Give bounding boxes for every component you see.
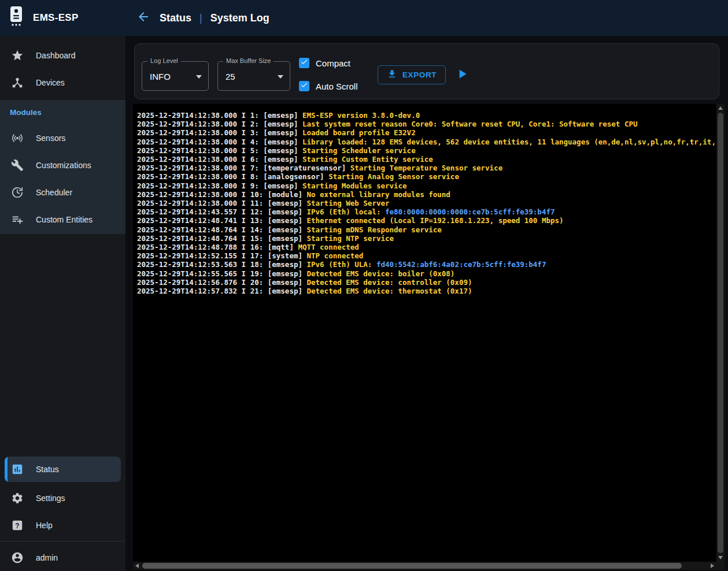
log-line: 2025-12-29T14:12:38.000 I 11: [emsesp] S… xyxy=(137,199,716,207)
sidebar-item-custom-entities[interactable]: Custom Entities xyxy=(0,206,125,233)
sidebar-item-label: admin xyxy=(36,553,58,562)
log-line: 2025-12-29T14:12:53.563 I 18: [emsesp] I… xyxy=(137,260,716,269)
max-buffer-select[interactable]: Max Buffer Size 25 xyxy=(217,61,290,91)
log-toolbar-panel: Log Level INFO Max Buffer Size 25 Compac… xyxy=(134,43,719,99)
vertical-scrollbar-thumb[interactable] xyxy=(718,113,723,553)
log-line: 2025-12-29T14:12:38.000 I 9: [emsesp] St… xyxy=(137,181,716,190)
download-icon xyxy=(387,69,397,81)
page-title: System Log xyxy=(210,12,269,24)
horizontal-scrollbar-thumb[interactable] xyxy=(142,563,682,569)
log-level-label: Log Level xyxy=(147,57,181,64)
sidebar-item-label: Help xyxy=(36,521,53,530)
page-title-bar: Status | System Log xyxy=(125,0,728,36)
sidebar-item-scheduler[interactable]: Scheduler xyxy=(0,179,125,206)
modules-section-header: Modules xyxy=(0,100,125,124)
log-lines: 2025-12-29T14:12:38.000 I 1: [emsesp] EM… xyxy=(133,104,716,562)
max-buffer-label: Max Buffer Size xyxy=(223,57,274,64)
log-line: 2025-12-29T14:12:57.832 I 21: [emsesp] D… xyxy=(137,287,716,295)
app-title: EMS-ESP xyxy=(33,12,79,24)
compact-option: Compact xyxy=(299,58,350,68)
vertical-scrollbar[interactable] xyxy=(716,104,725,562)
sidebar-item-status[interactable]: Status xyxy=(5,457,121,482)
log-line: 2025-12-29T14:12:43.557 I 12: [emsesp] I… xyxy=(137,207,716,216)
bar-chart-icon xyxy=(11,463,24,476)
help-icon: ? xyxy=(11,519,24,532)
auto-scroll-checkbox[interactable] xyxy=(299,81,309,91)
chevron-down-icon xyxy=(278,75,283,79)
sensors-icon xyxy=(11,132,24,144)
ems-esp-logo xyxy=(8,6,25,30)
wrench-icon xyxy=(11,159,24,172)
log-line: 2025-12-29T14:12:56.876 I 20: [emsesp] D… xyxy=(137,278,716,287)
scroll-left-arrow[interactable] xyxy=(133,562,141,570)
log-line: 2025-12-29T14:12:38.000 I 6: [emsesp] St… xyxy=(137,155,716,164)
account-circle-icon xyxy=(11,551,24,564)
sidebar-item-help[interactable]: ? Help xyxy=(0,511,125,539)
export-button-label: EXPORT xyxy=(402,71,437,79)
svg-text:?: ? xyxy=(15,521,19,529)
max-buffer-value: 25 xyxy=(226,71,235,81)
compact-checkbox-label[interactable]: Compact xyxy=(316,58,350,68)
compact-checkbox[interactable] xyxy=(299,58,309,68)
sidebar-item-settings[interactable]: Settings xyxy=(0,484,125,511)
log-line: 2025-12-29T14:12:38.000 I 3: [emsesp] Lo… xyxy=(137,128,716,137)
breadcrumb-separator: | xyxy=(199,12,202,24)
main-content: Log Level INFO Max Buffer Size 25 Compac… xyxy=(125,36,728,571)
sidebar-item-label: Customizations xyxy=(36,161,91,170)
log-console: 2025-12-29T14:12:38.000 I 1: [emsesp] EM… xyxy=(133,104,725,570)
horizontal-scrollbar[interactable] xyxy=(133,562,716,570)
sidebar: Dashboard Devices Modules Sensors Custom… xyxy=(0,36,125,571)
log-line: 2025-12-29T14:12:55.565 I 19: [emsesp] D… xyxy=(137,269,716,278)
check-icon xyxy=(300,81,308,91)
modules-section: Modules Sensors Customizations Scheduler… xyxy=(0,100,125,234)
resume-log-button[interactable] xyxy=(454,67,470,83)
log-level-value: INFO xyxy=(150,71,171,81)
sidebar-item-label: Dashboard xyxy=(36,51,76,60)
log-line: 2025-12-29T14:12:38.000 I 7: [temperatur… xyxy=(137,164,716,172)
log-line: 2025-12-29T14:12:38.000 I 5: [emsesp] St… xyxy=(137,146,716,155)
sidebar-item-admin[interactable]: admin xyxy=(0,544,125,571)
log-line: 2025-12-29T14:12:52.155 I 17: [system] N… xyxy=(137,251,716,260)
auto-scroll-checkbox-label[interactable]: Auto Scroll xyxy=(316,81,358,91)
star-icon xyxy=(11,49,24,62)
check-icon xyxy=(300,58,308,68)
sidebar-item-label: Custom Entities xyxy=(36,215,93,224)
auto-scroll-option: Auto Scroll xyxy=(299,81,358,91)
brand: EMS-ESP xyxy=(0,0,125,36)
sidebar-item-devices[interactable]: Devices xyxy=(0,69,125,96)
export-button[interactable]: EXPORT xyxy=(378,65,446,84)
scroll-up-arrow[interactable] xyxy=(716,104,725,112)
back-button[interactable] xyxy=(135,10,151,26)
chevron-down-icon xyxy=(196,75,202,79)
clock-update-icon xyxy=(11,186,24,199)
log-line: 2025-12-29T14:12:48.764 I 15: [emsesp] S… xyxy=(137,234,716,243)
log-line: 2025-12-29T14:12:38.000 I 2: [emsesp] La… xyxy=(137,120,716,128)
sidebar-item-label: Settings xyxy=(36,494,65,503)
sidebar-item-sensors[interactable]: Sensors xyxy=(0,124,125,151)
log-line: 2025-12-29T14:12:38.000 I 10: [module] N… xyxy=(137,190,716,199)
log-line: 2025-12-29T14:12:48.788 I 16: [mqtt] MQT… xyxy=(137,243,716,251)
breadcrumb-section: Status xyxy=(160,12,191,24)
sidebar-item-label: Status xyxy=(36,465,59,474)
sidebar-item-customizations[interactable]: Customizations xyxy=(0,151,125,179)
play-icon xyxy=(454,66,470,84)
log-line: 2025-12-29T14:12:38.000 I 4: [emsesp] Li… xyxy=(137,138,716,146)
sidebar-spacer xyxy=(0,234,125,457)
sidebar-divider xyxy=(0,541,125,542)
gear-icon xyxy=(11,492,24,505)
sidebar-item-dashboard[interactable]: Dashboard xyxy=(0,42,125,69)
log-level-select[interactable]: Log Level INFO xyxy=(142,61,209,91)
app-bar: EMS-ESP Status | System Log xyxy=(0,0,728,36)
scroll-right-arrow[interactable] xyxy=(708,562,716,570)
scrollbar-corner xyxy=(716,562,725,570)
log-line: 2025-12-29T14:12:38.000 I 8: [analogsens… xyxy=(137,172,716,181)
sidebar-item-label: Scheduler xyxy=(36,188,72,197)
log-line: 2025-12-29T14:12:48.764 I 14: [emsesp] S… xyxy=(137,225,716,234)
scroll-down-arrow[interactable] xyxy=(716,554,725,562)
log-line: 2025-12-29T14:12:38.000 I 1: [emsesp] EM… xyxy=(137,111,716,120)
playlist-add-icon xyxy=(11,213,24,226)
sidebar-item-label: Sensors xyxy=(36,134,65,143)
log-line: 2025-12-29T14:12:48.741 I 13: [emsesp] E… xyxy=(137,216,716,225)
device-hub-icon xyxy=(11,76,24,89)
arrow-back-icon xyxy=(136,10,150,26)
